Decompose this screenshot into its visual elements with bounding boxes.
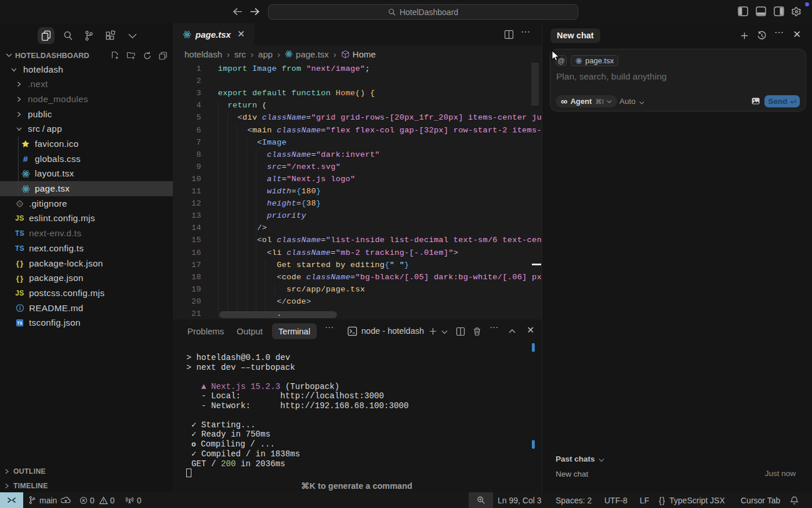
- svg-text:TS: TS: [17, 321, 23, 325]
